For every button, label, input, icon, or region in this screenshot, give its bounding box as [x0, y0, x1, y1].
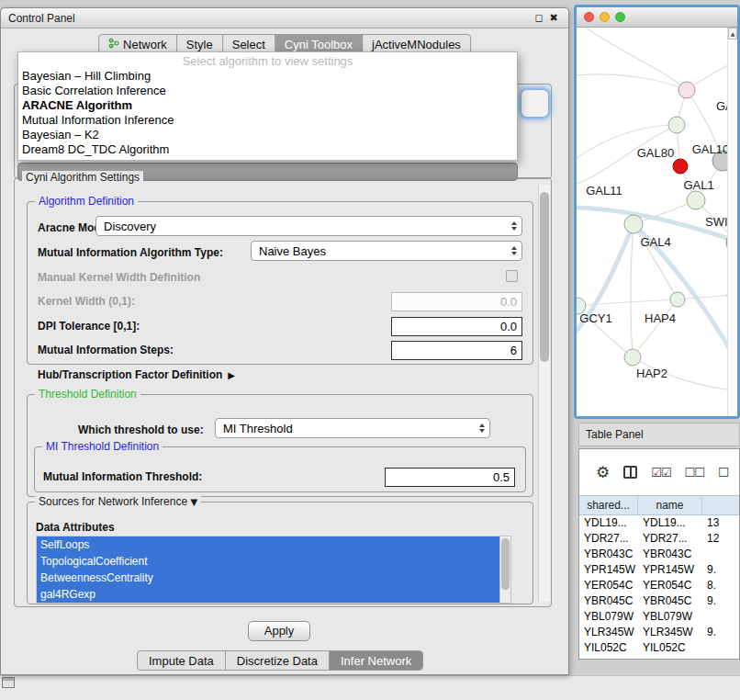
bottom-tab-discretize-data[interactable]: Discretize Data: [226, 651, 330, 670]
settings-scrollbar-thumb[interactable]: [540, 192, 549, 362]
attributes-scrollbar[interactable]: [499, 536, 511, 604]
manual-kernel-checkbox[interactable]: [506, 270, 518, 282]
tab-select[interactable]: Select: [223, 35, 275, 53]
tab-network[interactable]: Network: [99, 35, 177, 53]
control-panel-title: Control Panel: [8, 12, 532, 25]
aracne-mode-combobox[interactable]: Discovery: [95, 216, 522, 236]
table-cell: YBL079W: [579, 609, 638, 625]
tab-label: Select: [232, 38, 265, 51]
kernel-width-label: Kernel Width (0,1):: [38, 295, 135, 308]
which-threshold-combobox[interactable]: MI Threshold: [215, 418, 490, 438]
table-row[interactable]: YDR27...YDR27...12: [579, 531, 739, 547]
attribute-item-selfloops[interactable]: SelfLoops: [37, 536, 499, 553]
column-header[interactable]: shared...: [579, 496, 638, 514]
kernel-width-field[interactable]: 0.0: [391, 292, 522, 311]
algorithm-option-dream8-dc-tdc-algorithm[interactable]: Dream8 DC_TDC Algorithm: [18, 142, 517, 157]
close-window-icon[interactable]: ✖: [546, 12, 561, 24]
tab-style[interactable]: Style: [177, 35, 223, 53]
gear-icon[interactable]: ⚙: [596, 465, 610, 480]
column-header[interactable]: [702, 496, 740, 514]
control-panel-window: Control Panel ◻ ✖ NetworkStyleSelectCyni…: [0, 7, 569, 675]
which-threshold-value: MI Threshold: [223, 422, 293, 435]
algorithm-option-basic-correlation-inference[interactable]: Basic Correlation Inference: [18, 84, 517, 98]
attribute-item-betweennesscentrality[interactable]: BetweennessCentrality: [37, 570, 499, 586]
zoom-traffic-light-icon[interactable]: [615, 12, 625, 22]
algorithm-option-aracne-algorithm[interactable]: ARACNE Algorithm: [18, 98, 517, 113]
tab-label: Cyni Toolbox: [285, 38, 353, 51]
table-row[interactable]: YLR345WYLR345W9.: [579, 625, 739, 640]
dpi-tolerance-field[interactable]: 0.0: [391, 317, 522, 336]
scroll-up-icon[interactable]: ▲: [728, 28, 737, 40]
table-row[interactable]: YER054CYER054C8.: [579, 578, 739, 593]
attribute-item-topologicalcoefficient[interactable]: TopologicalCoefficient: [37, 553, 499, 570]
table-row[interactable]: YBR043CYBR043C: [579, 547, 739, 562]
combo-updown-icon: [511, 243, 517, 258]
table-cell: YDR27...: [579, 531, 638, 547]
dpi-tolerance-label: DPI Tolerance [0,1]:: [38, 320, 140, 333]
column-header[interactable]: name: [638, 496, 702, 514]
network-node[interactable]: [673, 159, 688, 174]
network-node[interactable]: [670, 292, 685, 307]
network-node[interactable]: [678, 82, 695, 98]
attribute-item-gal4rgexp[interactable]: gal4RGexp: [37, 586, 499, 603]
table-cell: YLR345W: [579, 625, 638, 640]
table-panel-bar[interactable]: Table Panel: [578, 423, 740, 446]
close-traffic-light-icon[interactable]: [584, 12, 594, 22]
attributes-list-container: SelfLoopsTopologicalCoefficientBetweenne…: [36, 536, 511, 604]
mi-threshold-group-title: MI Threshold Definition: [42, 440, 163, 453]
algorithm-option-bayesian-k2[interactable]: Bayesian – K2: [18, 128, 517, 142]
data-attributes-list[interactable]: SelfLoopsTopologicalCoefficientBetweenne…: [36, 536, 499, 604]
mi-steps-field[interactable]: 6: [391, 341, 522, 360]
algorithm-option-bayesian-hill-climbing[interactable]: Bayesian – Hill Climbing: [18, 69, 517, 84]
bottom-tab-infer-network[interactable]: Infer Network: [330, 651, 422, 670]
network-edge: [586, 28, 687, 90]
network-canvas[interactable]: GAL80GAL10GAL11GAL1SWI4GAL4GCY1HAP4HAP2G…: [577, 28, 737, 416]
settings-scrollbar[interactable]: [538, 185, 550, 602]
sources-group-title[interactable]: Sources for Network Inference ▼: [35, 495, 201, 508]
focused-spinner-button[interactable]: [521, 89, 549, 118]
apply-button[interactable]: Apply: [248, 621, 310, 641]
attributes-scrollbar-thumb[interactable]: [501, 538, 510, 590]
network-node[interactable]: [668, 117, 685, 133]
mi-type-combobox[interactable]: Naive Bayes: [251, 241, 522, 261]
collapsed-panel-icon[interactable]: [2, 677, 15, 688]
network-node[interactable]: [624, 215, 643, 233]
table-cell: YDL19...: [638, 515, 702, 531]
tab-jactivemnodules[interactable]: jActiveMNodules: [363, 35, 470, 53]
table-row[interactable]: YPR145WYPR145W9.: [579, 562, 739, 578]
deselect-all-rows-icon[interactable]: ☐☐: [685, 467, 704, 479]
table-row[interactable]: YBL079WYBL079W: [579, 609, 739, 625]
select-all-rows-icon[interactable]: ☑☑: [651, 467, 670, 479]
data-attributes-label: Data Attributes: [36, 521, 115, 534]
table-row[interactable]: YDL19...YDL19...13: [579, 515, 739, 531]
table-toolbar: ⚙ ☑☑ ☐☐ ☐: [579, 449, 739, 495]
network-vertical-scrollbar[interactable]: ▲: [727, 28, 737, 416]
algorithm-option-mutual-information-inference[interactable]: Mutual Information Inference: [18, 113, 517, 128]
network-window-titlebar[interactable]: [577, 7, 737, 28]
control-panel-titlebar[interactable]: Control Panel ◻ ✖: [1, 8, 568, 28]
hub-section-toggle[interactable]: Hub/Transcription Factor Definition ▶: [38, 368, 235, 381]
algorithm-dropdown-popup: Select algorithm to view settings Bayesi…: [17, 51, 518, 161]
algorithm-placeholder: Select algorithm to view settings: [18, 53, 517, 69]
chevron-down-icon: ▼: [190, 497, 197, 507]
extra-toolbar-icon[interactable]: ☐: [718, 466, 730, 479]
select-columns-icon[interactable]: [623, 466, 637, 479]
table-header-row: shared...name: [579, 495, 739, 515]
table-row[interactable]: YIL052CYIL052C: [579, 640, 739, 656]
minimize-traffic-light-icon[interactable]: [600, 12, 610, 22]
table-body: YDL19...YDL19...13YDR27...YDR27...12YBR0…: [579, 515, 739, 656]
tab-cyni-toolbox[interactable]: Cyni Toolbox: [275, 35, 363, 53]
table-row[interactable]: YBR045CYBR045C9.: [579, 593, 739, 609]
table-panel-title: Table Panel: [586, 428, 644, 441]
network-node[interactable]: [624, 349, 641, 366]
table-cell: YBL079W: [638, 609, 702, 625]
mi-threshold-field[interactable]: 0.5: [385, 468, 515, 487]
table-cell: YPR145W: [579, 562, 638, 578]
network-view-window[interactable]: GAL80GAL10GAL11GAL1SWI4GAL4GCY1HAP4HAP2G…: [574, 5, 740, 419]
algorithm-definition-title: Algorithm Definition: [35, 195, 138, 208]
network-node[interactable]: [687, 191, 705, 209]
table-cell: [702, 609, 740, 625]
float-window-icon[interactable]: ◻: [532, 12, 546, 24]
bottom-tab-impute-data[interactable]: Impute Data: [138, 651, 226, 670]
table-cell: YIL052C: [638, 640, 702, 656]
